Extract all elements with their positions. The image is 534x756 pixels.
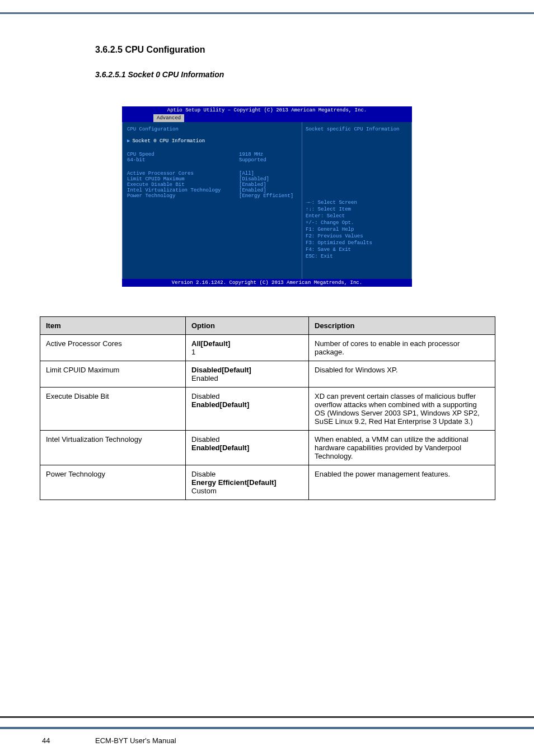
col-item: Item — [40, 317, 186, 335]
bios-title: Aptio Setup Utility – Copyright (C) 2013… — [122, 106, 412, 114]
cell-description: Disabled for Windows XP. — [309, 361, 495, 388]
cell-option: DisableEnergy Efficient[Default]Custom — [186, 465, 309, 500]
cell-option: Disabled[Default]Enabled — [186, 361, 309, 388]
table-row: Execute Disable BitDisabledEnabled[Defau… — [40, 388, 495, 431]
bios-opt-row: Active Processor Cores [All] — [127, 171, 297, 176]
table-row: Active Processor CoresAll[Default]1Numbe… — [40, 335, 495, 361]
cell-item: Active Processor Cores — [40, 335, 186, 361]
cell-option: DisabledEnabled[Default] — [186, 388, 309, 431]
bios-tab-advanced: Advanced — [153, 114, 184, 122]
col-description: Description — [309, 317, 495, 335]
bios-heading: CPU Configuration — [127, 127, 297, 132]
cell-option: All[Default]1 — [186, 335, 309, 361]
cell-option: DisabledEnabled[Default] — [186, 431, 309, 465]
bios-footer: Version 2.16.1242. Copyright (C) 2013 Am… — [122, 279, 412, 287]
bios-tabs: Advanced — [122, 114, 412, 122]
bios-info-row: 64-bit Supported — [127, 157, 297, 163]
cell-description: Number of cores to enable in each proces… — [309, 335, 495, 361]
col-option: Option — [186, 317, 309, 335]
table-row: Power TechnologyDisableEnergy Efficient[… — [40, 465, 495, 500]
caret-icon: ▶ — [127, 138, 130, 144]
cell-item: Limit CPUID Maximum — [40, 361, 186, 388]
bios-hints: →←: Select Screen ↑↓: Select Item Enter:… — [306, 199, 408, 260]
cell-item: Power Technology — [40, 465, 186, 500]
bios-screenshot: Aptio Setup Utility – Copyright (C) 2013… — [122, 106, 412, 287]
cell-description: When enabled, a VMM can utilize the addi… — [309, 431, 495, 465]
table-row: Intel Virtualization TechnologyDisabledE… — [40, 431, 495, 465]
bios-opt-row: Execute Disable Bit [Enabled] — [127, 182, 297, 188]
cell-description: XD can prevent certain classes of malici… — [309, 388, 495, 431]
footer-divider-dark — [0, 716, 534, 718]
cell-item: Intel Virtualization Technology — [40, 431, 186, 465]
bios-info-row: CPU Speed 1918 MHz — [127, 152, 297, 157]
subsection-title: 3.6.2.5.1 Socket 0 CPU Information — [95, 70, 224, 79]
cell-item: Execute Disable Bit — [40, 388, 186, 431]
table-row: Limit CPUID MaximumDisabled[Default]Enab… — [40, 361, 495, 388]
bios-opt-row: Intel Virtualization Technology [Enabled… — [127, 188, 297, 193]
bios-description: Socket specific CPU Information — [306, 127, 408, 132]
footer-text: ECM-BYT User's Manual — [95, 736, 176, 745]
bios-opt-row: Limit CPUID Maximum [Disabled] — [127, 176, 297, 182]
section-title: 3.6.2.5 CPU Configuration — [95, 45, 205, 55]
bios-opt-row: Power Technology [Energy Efficient] — [127, 193, 297, 199]
bios-selected-item: ▶Socket 0 CPU Information — [127, 138, 297, 144]
table-header-row: Item Option Description — [40, 317, 495, 335]
options-table: Item Option Description Active Processor… — [40, 316, 495, 500]
page-number: 44 — [42, 736, 50, 745]
cell-description: Enabled the power management features. — [309, 465, 495, 500]
footer-divider-blue — [0, 727, 534, 729]
